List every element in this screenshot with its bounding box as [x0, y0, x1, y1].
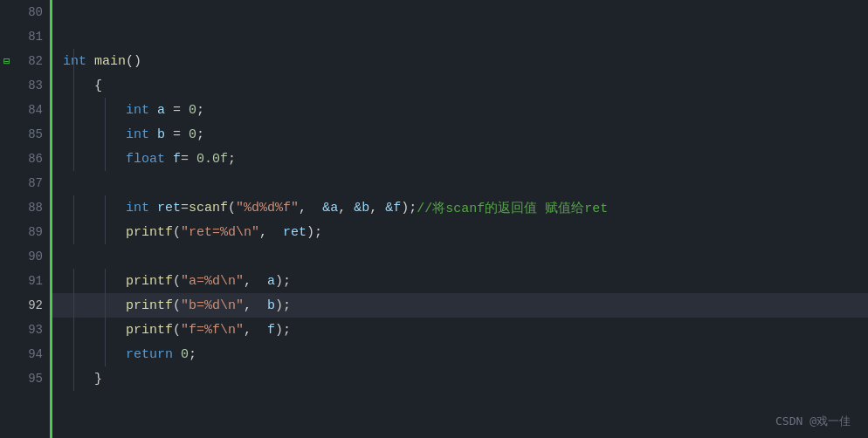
line-num-86: 86 [0, 147, 50, 171]
code-line-93: printf("f=%f\n", f); [52, 318, 868, 342]
line-num-94: 94 [0, 342, 50, 366]
func-scanf: scanf [189, 201, 228, 216]
line-num-82: ⊟ 82 [0, 49, 50, 73]
param-a: a [267, 274, 275, 289]
str-ret-fmt: "ret=%d\n" [181, 225, 259, 240]
line-num-87: 87 [0, 171, 50, 195]
code-line-90 [52, 244, 868, 269]
num-0f: 0.0f [196, 152, 228, 167]
var-a: a [157, 103, 165, 118]
watermark: CSDN @戏一佳 [775, 414, 851, 429]
paren-open: () [126, 54, 141, 69]
code-line-91: printf("a=%d\n", a); [52, 269, 868, 293]
code-line-83: { [52, 73, 868, 98]
fold-icon[interactable]: ⊟ [3, 55, 10, 68]
func-main: main [94, 54, 126, 69]
str-scanf-fmt: "%d%d%f" [236, 201, 299, 216]
var-f: f [173, 152, 181, 167]
code-line-88: int ret=scanf("%d%d%f", &a, &b, &f);//将s… [52, 195, 868, 220]
str-f-fmt: "f=%f\n" [181, 323, 244, 338]
line-num-81: 81 [0, 24, 50, 49]
code-line-86: float f= 0.0f; [52, 147, 868, 171]
line-num-83: 83 [0, 73, 50, 98]
editor: 80 81 ⊟ 82 83 84 85 86 87 88 89 90 91 92… [0, 0, 868, 438]
str-b-fmt: "b=%d\n" [181, 298, 244, 313]
code-line-89: printf("ret=%d\n", ret); [52, 220, 868, 244]
keyword-int-b: int [126, 127, 157, 142]
code-line-84: int a = 0; [52, 98, 868, 122]
line-num-90: 90 [0, 244, 50, 269]
code-line-81 [52, 24, 868, 49]
comment-scanf: //将scanf的返回值 赋值给ret [417, 200, 608, 216]
func-printf-b: printf [126, 298, 173, 313]
line-num-88: 88 [0, 195, 50, 220]
code-line-80 [52, 0, 868, 24]
param-b: b [267, 298, 275, 313]
code-line-95: } [52, 366, 868, 391]
param-ret: ret [283, 225, 307, 240]
line-num-93: 93 [0, 318, 50, 342]
code-line-92: printf("b=%d\n", b); [52, 293, 868, 318]
line-num-95: 95 [0, 366, 50, 391]
line-num-92: 92 [0, 293, 50, 318]
code-line-85: int b = 0; [52, 122, 868, 147]
brace-close: } [94, 372, 102, 387]
keyword-int-ret: int [126, 201, 157, 216]
code-line-94: return 0; [52, 342, 868, 366]
line-num-85: 85 [0, 122, 50, 147]
addr-b: &b [354, 201, 369, 216]
code-content: int main() { int a = 0; int b = 0; [52, 0, 868, 438]
str-a-fmt: "a=%d\n" [181, 274, 244, 289]
line-num-91: 91 [0, 269, 50, 293]
code-line-87 [52, 171, 868, 195]
var-ret: ret [157, 201, 181, 216]
num-0-b: 0 [189, 127, 196, 142]
keyword-int-main: int [63, 54, 94, 69]
keyword-int-a: int [126, 103, 157, 118]
param-f: f [267, 323, 275, 338]
code-area: 80 81 ⊟ 82 83 84 85 86 87 88 89 90 91 92… [0, 0, 868, 438]
line-num-80: 80 [0, 0, 50, 24]
addr-f: &f [385, 201, 401, 216]
keyword-return: return [126, 347, 181, 362]
num-0-a: 0 [189, 103, 196, 118]
var-b: b [157, 127, 165, 142]
keyword-float: float [126, 152, 173, 167]
code-line-82: int main() [52, 49, 868, 73]
line-num-84: 84 [0, 98, 50, 122]
line-num-89: 89 [0, 220, 50, 244]
func-printf-a: printf [126, 274, 173, 289]
num-0-ret: 0 [181, 347, 189, 362]
addr-a: &a [322, 201, 338, 216]
line-gutter: 80 81 ⊟ 82 83 84 85 86 87 88 89 90 91 92… [0, 0, 52, 438]
func-printf-ret: printf [126, 225, 173, 240]
brace-open: { [63, 79, 102, 93]
func-printf-f: printf [126, 323, 173, 338]
